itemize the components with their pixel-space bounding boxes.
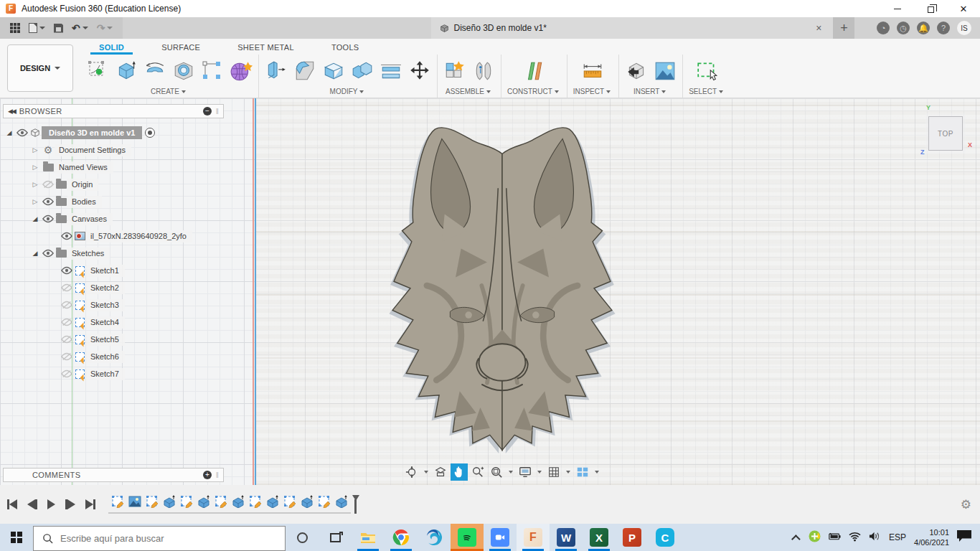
timeline-sketch-icon[interactable] [111,495,124,508]
visibility-eye-icon[interactable] [42,180,55,189]
hole-icon[interactable] [172,60,195,83]
volume-icon[interactable] [869,530,881,545]
expand-icon[interactable]: ▷ [29,181,42,188]
view-cube-face-label[interactable]: TOP [938,130,953,138]
workspace-selector[interactable]: DESIGN [7,44,73,92]
taskbar-chrome-icon[interactable] [385,524,418,551]
minimize-button[interactable] [881,0,914,17]
step-back-icon[interactable] [27,499,37,509]
tray-expand-chevron-icon[interactable] [791,534,801,544]
tab-tools[interactable]: TOOLS [313,42,378,55]
timeline-extrude-icon[interactable] [266,495,279,508]
taskbar-excel-icon[interactable]: X [583,524,616,551]
browser-item-label[interactable]: Sketch7 [86,368,125,380]
timeline-extrude-icon[interactable] [197,495,210,508]
group-assemble-label[interactable]: ASSEMBLE [446,88,493,98]
browser-row-sketches[interactable]: ◢Sketches [3,245,224,262]
browser-minimize-icon[interactable]: − [203,107,212,116]
group-inspect-label[interactable]: INSPECT [573,88,613,98]
browser-row-sketch6[interactable]: Sketch6 [3,348,224,365]
browser-header[interactable]: ◀◀ BROWSER − ‖ [3,104,224,118]
document-tab-close-icon[interactable]: × [813,22,824,34]
timeline-sketch-icon[interactable] [318,495,331,508]
create-sketch-icon[interactable] [86,60,109,83]
timeline-settings-gear-icon[interactable]: ⚙ [961,497,971,512]
visibility-eye-icon[interactable] [60,318,73,326]
job-status-icon[interactable]: ◔ [877,22,890,34]
construct-plane-icon[interactable] [522,60,545,83]
browser-item-label[interactable]: Named Views [55,161,113,174]
pattern-icon[interactable] [201,60,224,83]
pan-icon[interactable] [451,463,468,481]
group-construct-label[interactable]: CONSTRUCT [507,88,561,98]
grid-snap-icon[interactable] [545,463,562,481]
orbit-icon[interactable] [403,463,420,481]
taskbar-search[interactable] [33,526,286,551]
browser-row-bodies[interactable]: ▷Bodies [3,193,224,210]
battery-icon[interactable] [829,530,841,545]
tab-solid[interactable]: SOLID [80,42,143,55]
notifications-bell-icon[interactable]: 🔔 [917,22,930,34]
fit-icon[interactable] [488,463,505,481]
browser-item-label[interactable]: Sketch1 [86,265,125,277]
browser-collapse-icon[interactable]: ◀◀ [8,108,15,115]
split-icon[interactable] [380,60,402,83]
start-button[interactable] [0,524,33,551]
browser-row-sketch2[interactable]: Sketch2 [3,279,224,296]
taskbar-spotify-icon[interactable] [451,524,484,551]
timeline-sketch-icon[interactable] [180,495,193,508]
taskbar-word-icon[interactable]: W [550,524,583,551]
visibility-eye-icon[interactable] [42,249,55,258]
visibility-eye-icon[interactable] [60,301,73,309]
browser-item-label[interactable]: Sketch2 [86,282,125,294]
visibility-eye-icon[interactable] [42,215,55,223]
browser-item-label[interactable]: Sketch4 [86,316,125,329]
browser-root-label[interactable]: Diseño 3D en molde v1 [42,126,142,139]
select-icon[interactable] [696,60,719,83]
browser-row-sketch5[interactable]: Sketch5 [3,331,224,348]
combine-icon[interactable] [351,60,374,83]
restore-button[interactable] [914,0,947,17]
create-form-icon[interactable] [230,60,253,83]
insert-canvas-icon[interactable] [654,60,677,83]
fit-dropdown-caret[interactable] [509,471,513,474]
browser-item-label[interactable]: Origin [67,179,98,191]
taskbar-fusion-360-icon[interactable]: F [517,524,550,551]
redo-icon[interactable]: ↷ [94,21,116,35]
insert-derive-icon[interactable] [625,60,648,83]
taskbar-edge-icon[interactable] [418,524,451,551]
visibility-eye-icon[interactable] [16,128,29,137]
cortana-button[interactable] [286,524,319,551]
timeline-sketch-icon[interactable] [146,495,159,508]
timeline-sketch-icon[interactable] [283,495,296,508]
expand-icon[interactable]: ◢ [29,250,42,257]
group-create-label[interactable]: CREATE [151,88,188,98]
timeline-extrude-icon[interactable] [335,495,348,508]
box-icon[interactable] [115,60,138,83]
fillet-icon[interactable] [293,60,316,83]
browser-row-sketch7[interactable]: Sketch7 [3,365,224,382]
expand-icon[interactable]: ▷ [29,146,42,154]
wolf-head-model[interactable] [379,100,626,471]
timeline-sketch-icon[interactable] [249,495,262,508]
timeline-playhead[interactable] [352,495,359,514]
tab-sheet-metal[interactable]: SHEET METAL [219,42,313,55]
taskbar-zoom-icon[interactable] [484,524,517,551]
visibility-eye-icon[interactable] [42,197,55,206]
zoom-icon[interactable] [469,463,486,481]
activate-component-radio[interactable] [145,128,155,138]
display-dropdown-caret[interactable] [537,471,542,474]
task-view-button[interactable] [319,524,352,551]
visibility-eye-icon[interactable] [60,335,73,344]
browser-row-il-570xn-2839640928-2yfo[interactable]: il_570xN.2839640928_2yfo [3,227,224,245]
help-icon[interactable]: ? [937,22,950,34]
display-settings-icon[interactable] [517,463,534,481]
antivirus-icon[interactable] [809,530,821,545]
revolve-icon[interactable] [143,60,166,83]
orbit-dropdown-caret[interactable] [424,471,428,474]
visibility-eye-icon[interactable] [60,266,73,275]
timeline-canvas-icon[interactable] [128,495,141,508]
measure-icon[interactable] [581,60,604,83]
grid-dropdown-caret[interactable] [566,471,570,474]
undo-icon[interactable]: ↶ [69,21,91,35]
